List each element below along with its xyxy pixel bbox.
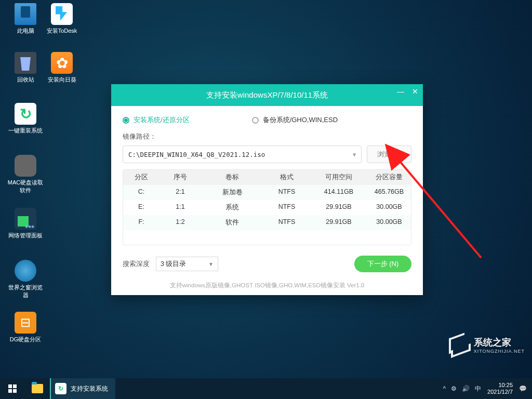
chevron-down-icon: ▼	[353, 152, 356, 157]
image-path-value: C:\DEEPIN_WIN10_X64_Q8_V2021.12.iso	[128, 151, 265, 158]
col-format: 格式	[263, 170, 310, 185]
label: 安装ToDesk	[47, 28, 77, 34]
network-panel-icon	[15, 208, 36, 230]
dialog-footer-text: 支持windows原版镜像,GHOST ISO镜像,GHO,WIM,ESD镜像安…	[123, 282, 411, 289]
installer-dialog: 支持安装windowsXP/7/8/10/11系统 — ✕ 安装系统/还原分区 …	[111, 84, 423, 295]
windows-icon	[8, 384, 17, 393]
radio-backup-system[interactable]: 备份系统/GHO,WIN,ESD	[252, 115, 338, 125]
start-button[interactable]	[0, 378, 25, 399]
desktop-icon-install-todesk[interactable]: 安装ToDesk	[44, 3, 80, 35]
close-button[interactable]: ✕	[411, 88, 419, 96]
browse-button[interactable]: 浏览 (B)	[367, 145, 411, 163]
cell-label: 新加卷	[201, 185, 263, 200]
cell-serial: 1:2	[159, 215, 201, 230]
image-path-label: 镜像路径：	[123, 132, 411, 141]
table-row[interactable]: C:2:1新加卷NTFS414.11GB465.76GB	[123, 185, 411, 200]
col-free: 可用空间	[310, 170, 367, 185]
desktop-icon-network-panel[interactable]: 网络管理面板	[7, 208, 44, 240]
cell-partition: E:	[123, 200, 159, 215]
apple-icon	[15, 155, 36, 177]
clock-date: 2021/12/7	[487, 389, 513, 395]
col-partition: 分区	[123, 170, 159, 185]
folder-icon	[32, 384, 43, 393]
desktop-icon-mac-disk-reader[interactable]: MAC硬盘读取软件	[7, 155, 44, 194]
svg-rect-4	[13, 389, 17, 393]
cell-format: NTFS	[263, 200, 310, 215]
dialog-titlebar[interactable]: 支持安装windowsXP/7/8/10/11系统 — ✕	[111, 84, 423, 106]
cell-serial: 1:1	[159, 200, 201, 215]
table-row[interactable]: F:1:2软件NTFS29.91GB30.00GB	[123, 215, 411, 230]
reinstall-icon	[15, 103, 36, 125]
partition-icon	[15, 312, 36, 334]
volume-icon[interactable]: 🔊	[462, 385, 470, 392]
cell-size: 30.00GB	[367, 200, 411, 215]
chevron-down-icon: ▼	[208, 261, 214, 267]
label: 回收站	[17, 76, 34, 83]
desktop-icon-install-sunflower[interactable]: 安装向日葵	[44, 52, 80, 84]
desktop-icon-this-pc[interactable]: 此电脑	[7, 3, 44, 35]
system-tray[interactable]: ^ ⚙ 🔊 中	[443, 384, 481, 393]
label: 网络管理面板	[8, 232, 43, 238]
col-size: 分区容量	[367, 170, 411, 185]
radio-label: 安装系统/还原分区	[134, 115, 190, 125]
label: 此电脑	[17, 28, 34, 34]
notifications-icon[interactable]: 💬	[519, 385, 527, 392]
cell-format: NTFS	[263, 185, 310, 200]
search-depth-value: 3 级目录	[161, 260, 186, 269]
image-path-input[interactable]: C:\DEEPIN_WIN10_X64_Q8_V2021.12.iso ▼	[123, 145, 362, 163]
search-depth-select[interactable]: 3 级目录 ▼	[156, 257, 218, 271]
label: 世界之窗浏览器	[8, 284, 43, 298]
cell-size: 30.00GB	[367, 215, 411, 230]
col-serial: 序号	[159, 170, 201, 185]
table-row[interactable]: E:1:1系统NTFS29.91GB30.00GB	[123, 200, 411, 215]
watermark: 系统之家 XITONGZHIJIA.NET	[448, 336, 525, 354]
sunflower-icon	[51, 52, 73, 74]
cell-serial: 2:1	[159, 185, 201, 200]
app-icon: ↻	[55, 383, 66, 394]
label: 一键重装系统	[8, 127, 43, 134]
globe-icon	[15, 260, 36, 282]
cell-free: 29.91GB	[310, 215, 367, 230]
radio-label: 备份系统/GHO,WIN,ESD	[263, 115, 338, 125]
cell-partition: C:	[123, 185, 159, 200]
cell-label: 系统	[201, 200, 263, 215]
svg-rect-1	[8, 384, 12, 388]
chevron-up-icon[interactable]: ^	[443, 385, 446, 392]
svg-rect-2	[13, 384, 17, 388]
desktop-icon-dg-partition[interactable]: DG硬盘分区	[7, 312, 44, 343]
todesk-icon	[51, 3, 73, 25]
taskbar-app-title: 支持安装系统	[71, 384, 108, 393]
cell-format: NTFS	[263, 215, 310, 230]
trash-icon	[15, 52, 36, 74]
radio-install-restore[interactable]: 安装系统/还原分区	[123, 115, 190, 125]
cell-label: 软件	[201, 215, 263, 230]
watermark-brand: 系统之家	[474, 337, 511, 348]
radio-dot-icon	[252, 117, 259, 124]
taskbar-app-installer[interactable]: ↻ 支持安装系统	[50, 378, 115, 399]
label: DG硬盘分区	[10, 336, 42, 342]
watermark-sub: XITONGZHIJIA.NET	[474, 349, 525, 354]
taskbar-file-explorer[interactable]	[25, 378, 50, 399]
desktop-icon-recycle-bin[interactable]: 回收站	[7, 52, 44, 84]
partition-table: 分区 序号 卷标 格式 可用空间 分区容量 C:2:1新加卷NTFS414.11…	[123, 169, 411, 245]
cell-partition: F:	[123, 215, 159, 230]
taskbar-clock[interactable]: 10:25 2021/12/7	[487, 382, 513, 395]
label: 安装向日葵	[48, 76, 76, 83]
network-icon[interactable]: ⚙	[451, 385, 457, 392]
cell-free: 29.91GB	[310, 200, 367, 215]
taskbar: ↻ 支持安装系统 ^ ⚙ 🔊 中 10:25 2021/12/7 💬	[0, 378, 532, 399]
search-depth-label: 搜索深度	[123, 259, 150, 269]
monitor-icon	[15, 3, 36, 25]
col-label: 卷标	[201, 170, 263, 185]
desktop-icon-one-key-reinstall[interactable]: 一键重装系统	[7, 103, 44, 135]
minimize-button[interactable]: —	[397, 88, 404, 96]
house-icon	[448, 336, 470, 354]
cell-free: 414.11GB	[310, 185, 367, 200]
ime-icon[interactable]: 中	[475, 384, 481, 393]
desktop-icon-world-browser[interactable]: 世界之窗浏览器	[7, 260, 44, 299]
radio-dot-icon	[123, 117, 129, 124]
next-button[interactable]: 下一步 (N)	[354, 256, 411, 272]
label: MAC硬盘读取软件	[8, 179, 43, 193]
svg-rect-3	[8, 389, 12, 393]
dialog-title-text: 支持安装windowsXP/7/8/10/11系统	[206, 90, 328, 100]
